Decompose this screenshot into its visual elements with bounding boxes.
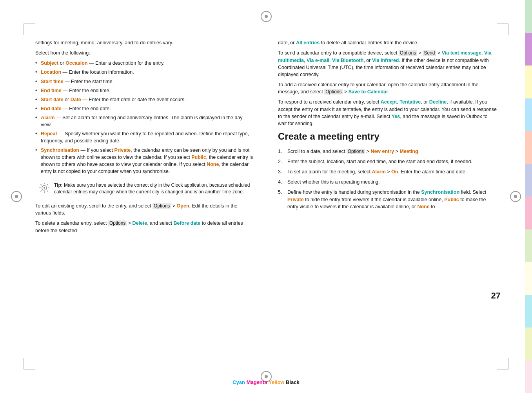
color-bars <box>525 0 532 393</box>
corner-mark-br <box>497 358 508 369</box>
decline-keyword: Decline <box>429 99 447 105</box>
printer-color-marks: Cyan Magenta Yellow Black <box>232 379 300 385</box>
send-paragraph: To send a calendar entry to a compatible… <box>278 49 497 78</box>
bullet-start-date: Start date or Date — Enter the start dat… <box>35 96 254 103</box>
via-bluetooth-keyword: Via Bluetooth <box>332 58 363 63</box>
step-2-text: Enter the subject, location, start and e… <box>287 158 472 165</box>
step-5-text: Define how the entry is handled during s… <box>287 189 497 210</box>
term-start-date: Start date <box>41 97 64 102</box>
accept-keyword: Accept <box>381 99 397 105</box>
corner-mark-tl <box>24 24 35 35</box>
alarm-keyword: Alarm <box>372 169 385 175</box>
step-2: 2. Enter the subject, location, start an… <box>278 158 497 165</box>
bullet-sync: Synchronisation — If you select Private,… <box>35 147 254 175</box>
via-email-keyword: Via e-mail <box>307 58 329 63</box>
printer-cyan: Cyan <box>232 379 245 385</box>
bullet-alarm: Alarm — Set an alarm for meeting and ann… <box>35 114 254 128</box>
delete-paragraph: To delete a calendar entry, select Optio… <box>35 220 254 234</box>
step-num-2: 2. <box>278 158 284 165</box>
left-intro-p1: settings for meeting, memo, anniversary,… <box>35 39 254 46</box>
open-keyword: Open <box>177 203 189 209</box>
steps-list: 1. Scroll to a date, and select Options … <box>278 148 497 210</box>
save-paragraph: To add a received calendar entry to your… <box>278 81 497 96</box>
public-keyword-step5: Public <box>444 197 459 202</box>
step-num-1: 1. <box>278 148 284 155</box>
before-date-keyword: Before date <box>174 220 201 226</box>
save-to-calendar-keyword: Save to Calendar <box>349 89 388 95</box>
step-1-text: Scroll to a date, and select Options > N… <box>287 148 419 155</box>
respond-paragraph: To respond to a received calendar entry,… <box>278 98 497 127</box>
step-4: 4. Select whether this is a repeating me… <box>278 178 497 186</box>
content-area: settings for meeting, memo, anniversary,… <box>35 39 497 362</box>
step-1: 1. Scroll to a date, and select Options … <box>278 148 497 155</box>
step-num-3: 3. <box>278 168 284 175</box>
step-num-4: 4. <box>278 178 284 186</box>
step-4-text: Select whether this is a repeating meeti… <box>287 178 380 186</box>
printer-yellow: Yellow <box>269 379 284 385</box>
bullet-end-time: End time — Enter the end time. <box>35 87 254 94</box>
sync-field-keyword: Synchronisation <box>421 189 459 195</box>
left-column: settings for meeting, memo, anniversary,… <box>35 39 260 362</box>
bullet-end-date: End date — Enter the end date. <box>35 105 254 112</box>
term-none: None <box>207 162 219 167</box>
options-keyword-delete: Options <box>108 220 127 226</box>
circle-target-right <box>510 191 521 202</box>
options-keyword-edit: Options <box>153 203 171 209</box>
options-keyword-send: Options <box>399 50 417 56</box>
term-location: Location <box>41 69 61 75</box>
step-5: 5. Define how the entry is handled durin… <box>278 189 497 210</box>
delete-continued: date, or All entries to delete all calen… <box>278 39 497 46</box>
options-keyword-save: Options <box>324 89 343 95</box>
none-keyword-step5: None <box>417 204 429 209</box>
corner-mark-bl <box>24 358 35 369</box>
step-3: 3. To set an alarm for the meeting, sele… <box>278 168 497 175</box>
term-repeat: Repeat <box>41 131 57 136</box>
term-sync: Synchronisation <box>41 147 79 153</box>
via-infrared-keyword: Via infrared <box>372 58 399 63</box>
edit-paragraph: To edit an existing entry, scroll to the… <box>35 202 254 217</box>
term-public: Public <box>191 155 206 160</box>
options-keyword-step1: Options <box>347 149 365 154</box>
circle-target-top <box>261 11 272 22</box>
term-start-time: Start time <box>41 79 64 84</box>
section-heading: Create a meeting entry <box>278 131 497 142</box>
term-alarm: Alarm <box>41 115 54 120</box>
circle-target-left <box>11 191 22 202</box>
term-occasion: Occasion <box>65 60 87 66</box>
on-keyword: On <box>391 169 398 175</box>
term-end-date: End date <box>41 106 62 111</box>
left-intro-p2: Select from the following: <box>35 49 254 56</box>
step-num-5: 5. <box>278 189 284 210</box>
bullet-list: Subject or Occasion — Enter a descriptio… <box>35 60 254 175</box>
term-date: Date <box>71 97 81 102</box>
svg-line-5 <box>41 184 42 186</box>
page-container: 27 settings for meeting, memo, anniversa… <box>0 0 532 393</box>
corner-mark-tr <box>497 24 508 35</box>
term-end-time: End time <box>41 88 62 93</box>
bullet-repeat: Repeat — Specify whether you want the en… <box>35 130 254 144</box>
private-keyword-step5: Private <box>287 197 304 202</box>
printer-black: Black <box>286 379 300 385</box>
meeting-keyword: Meeting <box>399 149 418 154</box>
step-3-text: To set an alarm for the meeting, select … <box>287 168 467 175</box>
tip-text: Tip: Make sure you have selected the cor… <box>54 182 251 195</box>
bullet-start-time: Start time — Enter the start time. <box>35 78 254 85</box>
bullet-subject: Subject or Occasion — Enter a descriptio… <box>35 60 254 67</box>
svg-line-6 <box>47 191 48 192</box>
svg-point-9 <box>44 187 45 189</box>
via-text-keyword: Via text message <box>442 50 481 56</box>
delete-keyword: Delete <box>133 220 147 226</box>
tentative-keyword: Tentative <box>399 99 421 105</box>
tip-label: Tip: <box>54 182 63 188</box>
bullet-location: Location — Enter the location informatio… <box>35 69 254 76</box>
send-keyword: Send <box>423 50 436 56</box>
svg-line-7 <box>47 184 48 186</box>
tip-box: Tip: Make sure you have selected the cor… <box>35 180 254 198</box>
tip-icon <box>38 182 50 194</box>
right-column: date, or All entries to delete all calen… <box>272 39 497 362</box>
printer-magenta: Magenta <box>247 379 267 385</box>
svg-line-8 <box>41 191 42 192</box>
term-private: Private <box>114 147 131 153</box>
yes-keyword: Yes <box>392 114 400 119</box>
new-entry-keyword: New entry <box>370 149 394 154</box>
